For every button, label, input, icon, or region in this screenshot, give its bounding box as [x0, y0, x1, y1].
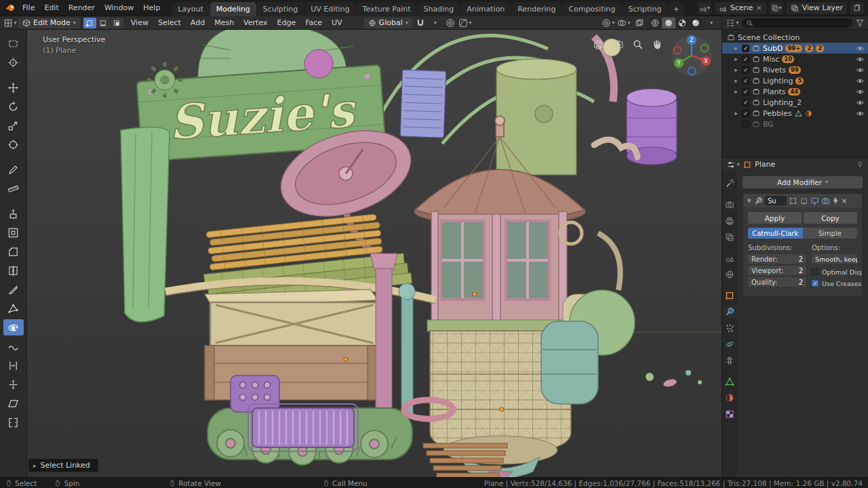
outliner-search[interactable] [742, 18, 852, 28]
pan-hand-icon[interactable] [652, 39, 663, 50]
disclosure-icon[interactable]: ▸ [733, 77, 739, 84]
tool-scale[interactable] [3, 117, 24, 134]
view-layer-selector[interactable]: View Layer [787, 2, 847, 14]
collection-checkbox[interactable]: ✓ [742, 110, 749, 117]
outliner-editor-type-button[interactable]: ▾ [726, 18, 739, 28]
tool-poly-build[interactable] [3, 300, 24, 317]
menu-edge[interactable]: Edge [273, 17, 300, 28]
uv-smooth-dropdown[interactable]: Smooth, keep c... ▾ [812, 254, 857, 264]
face-select-button[interactable] [111, 18, 123, 28]
view-layer-browse-button[interactable]: ▾ [770, 2, 783, 14]
outliner-row-plants[interactable]: ▸ ✓ Plants 44 [722, 86, 868, 97]
outliner-search-input[interactable] [756, 19, 848, 26]
blender-logo-icon[interactable] [4, 3, 16, 14]
outliner-row-misc[interactable]: ▸ ✓ Misc 10 [722, 54, 868, 64]
tab-particles[interactable] [723, 321, 737, 334]
outliner-row-bg[interactable]: BG [722, 119, 868, 129]
tab-physics[interactable] [723, 338, 737, 350]
zoom-icon[interactable] [632, 39, 644, 50]
menu-select[interactable]: Select [154, 17, 185, 28]
tool-select-box[interactable] [3, 35, 24, 52]
tab-texture[interactable] [723, 407, 737, 420]
workspace-tab-sculpting[interactable]: Sculpting [257, 2, 304, 16]
collection-checkbox[interactable] [742, 121, 749, 128]
collection-checkbox[interactable]: ✓ [742, 56, 749, 63]
quality-field[interactable]: Quality: 2 [748, 277, 806, 287]
outliner-row-pebbles[interactable]: ▸ ✓ Pebbles [722, 108, 868, 119]
outliner-row-lighting-2[interactable]: ✓ Lighting_2 [722, 97, 868, 108]
catmull-clark-button[interactable]: Catmull-Clark [748, 228, 803, 239]
visibility-eye-icon[interactable] [856, 44, 865, 53]
menu-edit[interactable]: Edit [39, 1, 63, 14]
tool-inset-faces[interactable] [3, 224, 24, 241]
workspace-tab-shading[interactable]: Shading [418, 2, 460, 16]
add-workspace-button[interactable]: + [668, 2, 684, 16]
tab-output[interactable] [723, 214, 737, 227]
tool-spin[interactable] [3, 319, 24, 336]
render-toggle-icon[interactable] [821, 197, 830, 205]
workspace-tab-uv-editing[interactable]: UV Editing [304, 2, 355, 16]
viewport-3d[interactable]: Suzie's [27, 30, 722, 477]
tool-transform[interactable] [3, 136, 24, 152]
transform-orientation-dropdown[interactable]: Global ▾ [364, 18, 412, 28]
tool-loop-cut[interactable] [3, 262, 24, 279]
workspace-tab-layout[interactable]: Layout [172, 2, 209, 16]
edit-cage-toggle-icon[interactable] [789, 197, 797, 205]
vertex-select-button[interactable] [83, 18, 96, 28]
move-modifier-buttons[interactable]: ▲▼ [833, 198, 837, 204]
outliner-root[interactable]: Scene Collection [722, 32, 868, 43]
workspace-tab-texture-paint[interactable]: Texture Paint [357, 2, 417, 16]
pin-icon[interactable] [856, 161, 864, 169]
show-gizmo-toggle[interactable]: ▾ [601, 18, 615, 28]
collection-checkbox[interactable]: ✓ [742, 45, 749, 52]
workspace-tab-modeling[interactable]: Modeling [210, 2, 256, 16]
tool-knife[interactable] [3, 281, 24, 298]
collection-checkbox[interactable]: ✓ [742, 77, 749, 85]
scene-browse-button[interactable]: ▾ [698, 2, 711, 14]
mode-selector[interactable]: Edit Mode ▾ [18, 18, 80, 28]
proportional-editing-toggle[interactable] [443, 18, 457, 28]
tool-extrude-region[interactable] [3, 205, 24, 222]
editor-type-button[interactable]: ▾ [3, 18, 17, 28]
render-preview-icon[interactable] [612, 39, 624, 50]
proportional-falloff-dropdown[interactable]: ▾ [458, 18, 472, 28]
modifier-name-field[interactable]: Su [765, 196, 787, 205]
tab-object-data[interactable] [723, 375, 737, 388]
tab-world[interactable] [723, 268, 737, 281]
snap-toggle[interactable] [414, 18, 427, 28]
tab-constraints[interactable] [723, 354, 737, 367]
menu-help[interactable]: Help [138, 1, 165, 14]
tool-bevel[interactable] [3, 243, 24, 260]
visibility-eye-icon[interactable] [856, 66, 865, 75]
delete-modifier-icon[interactable]: × [840, 197, 848, 205]
navigation-gizmo[interactable]: Z Y X [667, 31, 716, 80]
tab-view-layer[interactable] [723, 230, 737, 243]
disclosure-icon[interactable]: ▸ [733, 110, 739, 117]
menu-render[interactable]: Render [64, 1, 100, 14]
use-creases-checkbox[interactable]: ✓ [812, 280, 818, 287]
visibility-eye-icon[interactable] [856, 77, 865, 85]
workspace-tab-rendering[interactable]: Rendering [511, 2, 561, 16]
menu-uv[interactable]: UV [328, 17, 347, 28]
tool-cursor[interactable] [3, 54, 24, 70]
visibility-eye-icon[interactable] [856, 55, 865, 64]
tab-scene[interactable] [723, 251, 737, 264]
menu-window[interactable]: Window [100, 1, 138, 14]
optimal-display-row[interactable]: Optimal Displ.. [812, 267, 857, 277]
visibility-eye-icon[interactable] [856, 98, 865, 107]
tab-material[interactable] [723, 391, 737, 404]
use-creases-row[interactable]: ✓ Use Creases [812, 279, 857, 288]
tool-rotate[interactable] [3, 98, 24, 115]
modifier-header[interactable]: ▼ Su ▲▼ × [743, 194, 862, 207]
tool-shear[interactable] [3, 395, 24, 411]
menu-file[interactable]: File [18, 1, 39, 14]
simple-button[interactable]: Simple [803, 228, 858, 239]
render-subdivisions-field[interactable]: Render: 2 [748, 254, 806, 264]
collection-checkbox[interactable]: ✓ [742, 66, 749, 74]
tool-rip-region[interactable] [3, 414, 24, 430]
tab-modifiers[interactable] [723, 305, 737, 318]
select-linked-popup[interactable]: ▸ Select Linked [28, 459, 98, 472]
add-modifier-button[interactable]: Add Modifier ▾ [743, 176, 863, 188]
shading-material-button[interactable] [675, 18, 689, 28]
unlink-scene-icon[interactable]: × [756, 4, 762, 12]
